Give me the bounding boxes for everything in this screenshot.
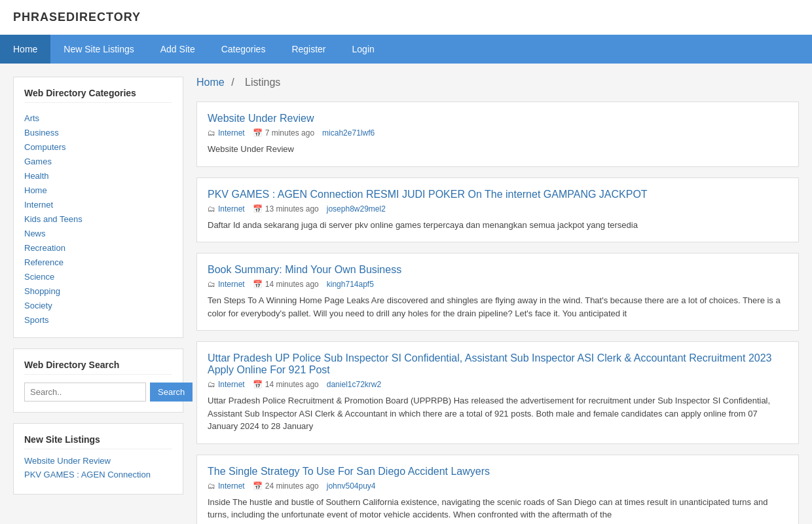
folder-icon (208, 128, 215, 138)
listing-time: 14 minutes ago (253, 280, 319, 289)
category-link[interactable]: Business (24, 128, 59, 138)
listing-item: Website Under Review Internet 7 minutes … (196, 102, 799, 167)
categories-box: Web Directory Categories ArtsBusinessCom… (13, 77, 183, 338)
calendar-icon (253, 128, 263, 138)
list-item: Society (24, 298, 172, 312)
main-content: Home / Listings Website Under Review Int… (183, 77, 799, 524)
time-ago: 14 minutes ago (265, 380, 319, 389)
listing-description: Ten Steps To A Winning Home Page Leaks A… (208, 294, 788, 320)
listing-author-link[interactable]: micah2e71lwf6 (322, 128, 375, 138)
categories-title: Web Directory Categories (24, 88, 172, 103)
breadcrumb-current: Listings (245, 77, 280, 88)
listing-category: Internet (208, 380, 245, 389)
listing-title-link[interactable]: PKV GAMES : AGEN Connection RESMI JUDI P… (208, 189, 648, 200)
listing-item: Uttar Pradesh UP Police Sub Inspector SI… (196, 341, 799, 444)
list-item: Shopping (24, 284, 172, 298)
category-link[interactable]: Recreation (24, 243, 65, 253)
listing-author-link[interactable]: kingh714apf5 (327, 280, 374, 289)
calendar-icon (253, 204, 263, 214)
new-listings-links: Website Under ReviewPKV GAMES : AGEN Con… (24, 456, 172, 479)
list-item: Games (24, 154, 172, 168)
search-title: Web Directory Search (24, 360, 172, 375)
listing-meta: Internet 13 minutes ago joseph8w29mel2 (208, 204, 788, 214)
list-item: News (24, 226, 172, 240)
folder-icon (208, 280, 215, 289)
category-link[interactable]: Shopping (24, 286, 60, 296)
sidebar: Web Directory Categories ArtsBusinessCom… (13, 77, 183, 524)
new-listings-box: New Site Listings Website Under ReviewPK… (13, 423, 183, 495)
listing-item: PKV GAMES : AGEN Connection RESMI JUDI P… (196, 178, 799, 243)
breadcrumb-home[interactable]: Home (196, 77, 225, 88)
listing-description: Inside The hustle and bustle of Southern… (208, 496, 788, 521)
listing-title: The Single Strategy To Use For San Diego… (208, 466, 788, 477)
site-title: PHRASEDIRECTORY (13, 10, 799, 24)
listing-time: 7 minutes ago (253, 128, 314, 138)
listing-title: Website Under Review (208, 113, 788, 124)
time-ago: 14 minutes ago (265, 280, 319, 289)
listing-title-link[interactable]: Book Summary: Mind Your Own Business (208, 264, 401, 275)
category-link[interactable]: Science (24, 272, 54, 282)
calendar-icon (253, 280, 263, 289)
category-link[interactable]: Health (24, 171, 49, 181)
nav-item-new-site-listings[interactable]: New Site Listings (50, 35, 147, 64)
list-item: Internet (24, 197, 172, 212)
listing-title-link[interactable]: Website Under Review (208, 113, 314, 124)
listing-author-link[interactable]: daniel1c72krw2 (327, 380, 381, 389)
category-link[interactable]: Internet (24, 200, 53, 210)
time-ago: 7 minutes ago (265, 128, 314, 138)
nav-item-register[interactable]: Register (278, 35, 339, 64)
listing-category: Internet (208, 204, 245, 214)
search-box: Web Directory Search Search (13, 348, 183, 413)
listings-container: Website Under Review Internet 7 minutes … (196, 102, 799, 524)
listing-title: Book Summary: Mind Your Own Business (208, 264, 788, 276)
search-form: Search (24, 383, 172, 402)
main-nav: HomeNew Site ListingsAdd SiteCategoriesR… (0, 35, 812, 64)
listing-meta: Internet 14 minutes ago kingh714apf5 (208, 280, 788, 289)
listing-description: Uttar Pradesh Police Recruitment & Promo… (208, 394, 788, 433)
listing-time: 14 minutes ago (253, 380, 319, 389)
nav-item-add-site[interactable]: Add Site (147, 35, 208, 64)
listing-title-link[interactable]: Uttar Pradesh UP Police Sub Inspector SI… (208, 352, 772, 375)
search-input[interactable] (24, 383, 146, 402)
list-item: Kids and Teens (24, 212, 172, 226)
list-item: Arts (24, 111, 172, 125)
listing-title: PKV GAMES : AGEN Connection RESMI JUDI P… (208, 189, 788, 200)
listing-category: Internet (208, 280, 245, 289)
category-list: ArtsBusinessComputersGamesHealthHomeInte… (24, 111, 172, 327)
new-listing-link[interactable]: Website Under Review (24, 456, 172, 466)
list-item: Reference (24, 255, 172, 269)
list-item: Home (24, 183, 172, 197)
listing-author-link[interactable]: johnv504puy4 (327, 481, 376, 491)
listing-meta: Internet 24 minutes ago johnv504puy4 (208, 481, 788, 491)
listing-title-link[interactable]: The Single Strategy To Use For San Diego… (208, 466, 490, 477)
category-link[interactable]: Society (24, 301, 52, 310)
category-link[interactable]: News (24, 229, 46, 238)
category-link[interactable]: Arts (24, 113, 39, 123)
listing-time: 24 minutes ago (253, 481, 319, 491)
list-item: Science (24, 269, 172, 284)
category-link[interactable]: Kids and Teens (24, 214, 83, 224)
time-ago: 13 minutes ago (265, 204, 319, 214)
list-item: Health (24, 168, 172, 183)
calendar-icon (253, 380, 263, 389)
category-link[interactable]: Internet (218, 481, 245, 491)
listing-item: The Single Strategy To Use For San Diego… (196, 455, 799, 525)
nav-item-home[interactable]: Home (0, 35, 50, 64)
new-listing-link[interactable]: PKV GAMES : AGEN Connection (24, 470, 172, 479)
category-link[interactable]: Reference (24, 257, 64, 267)
nav-item-categories[interactable]: Categories (208, 35, 279, 64)
category-link[interactable]: Internet (218, 380, 245, 389)
category-link[interactable]: Internet (218, 204, 245, 214)
listing-author-link[interactable]: joseph8w29mel2 (327, 204, 386, 214)
category-link[interactable]: Internet (218, 280, 245, 289)
listing-description: Website Under Review (208, 143, 788, 156)
category-link[interactable]: Sports (24, 315, 49, 325)
breadcrumb: Home / Listings (196, 77, 799, 88)
category-link[interactable]: Games (24, 157, 52, 166)
category-link[interactable]: Internet (218, 128, 245, 138)
nav-item-login[interactable]: Login (339, 35, 388, 64)
time-ago: 24 minutes ago (265, 481, 319, 491)
listing-category: Internet (208, 481, 245, 491)
category-link[interactable]: Computers (24, 142, 66, 152)
category-link[interactable]: Home (24, 185, 47, 195)
